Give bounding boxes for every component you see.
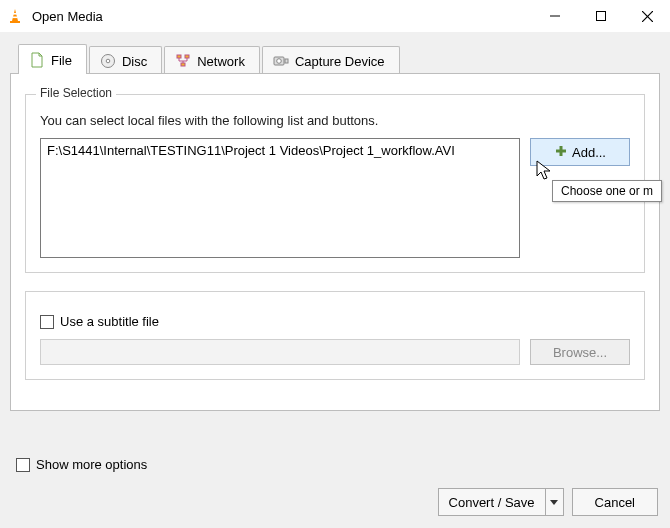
tab-network-label: Network [197, 54, 245, 69]
show-more-checkbox[interactable] [16, 458, 30, 472]
plus-icon [554, 144, 568, 161]
show-more-label: Show more options [36, 457, 147, 472]
svg-rect-15 [285, 59, 288, 63]
convert-save-dropdown[interactable] [545, 489, 563, 515]
convert-save-button[interactable]: Convert / Save [438, 488, 564, 516]
svg-rect-2 [12, 17, 17, 19]
svg-rect-11 [185, 55, 189, 58]
tab-capture[interactable]: Capture Device [262, 46, 400, 74]
window-title: Open Media [32, 9, 532, 24]
subtitle-checkbox[interactable] [40, 315, 54, 329]
convert-save-label: Convert / Save [439, 495, 545, 510]
subtitle-group: Use a subtitle file Browse... [25, 291, 645, 380]
svg-rect-1 [13, 13, 17, 15]
capture-icon [273, 53, 289, 69]
titlebar: Open Media [0, 0, 670, 32]
cancel-label: Cancel [595, 495, 635, 510]
subtitle-browse-label: Browse... [553, 345, 607, 360]
file-list[interactable]: F:\S1441\Internal\TESTING11\Project 1 Vi… [40, 138, 520, 258]
svg-rect-12 [181, 63, 185, 66]
add-button-label: Add... [572, 145, 606, 160]
file-selection-help: You can select local files with the foll… [40, 113, 630, 128]
tabstrip: File Disc Network Capture Device [18, 44, 660, 74]
subtitle-checkbox-label: Use a subtitle file [60, 314, 159, 329]
subtitle-browse-button: Browse... [530, 339, 630, 365]
svg-rect-10 [177, 55, 181, 58]
tab-disc[interactable]: Disc [89, 46, 162, 74]
tab-disc-label: Disc [122, 54, 147, 69]
footer: Convert / Save Cancel [438, 488, 658, 516]
close-button[interactable] [624, 0, 670, 32]
tab-file-label: File [51, 53, 72, 68]
cancel-button[interactable]: Cancel [572, 488, 658, 516]
svg-rect-3 [10, 21, 20, 23]
svg-rect-5 [597, 12, 606, 21]
maximize-button[interactable] [578, 0, 624, 32]
svg-marker-0 [12, 9, 18, 21]
disc-icon [100, 53, 116, 69]
show-more-options[interactable]: Show more options [16, 457, 147, 472]
tab-file[interactable]: File [18, 44, 87, 74]
tab-panel-file: File Selection You can select local file… [10, 73, 660, 411]
vlc-cone-icon [6, 7, 24, 25]
add-button[interactable]: Add... [530, 138, 630, 166]
file-selection-legend: File Selection [36, 86, 116, 100]
file-list-item[interactable]: F:\S1441\Internal\TESTING11\Project 1 Vi… [47, 143, 513, 158]
minimize-button[interactable] [532, 0, 578, 32]
add-button-tooltip: Choose one or m [552, 180, 662, 202]
tab-network[interactable]: Network [164, 46, 260, 74]
file-icon [29, 52, 45, 68]
subtitle-path-input [40, 339, 520, 365]
svg-marker-18 [550, 500, 558, 505]
svg-point-9 [106, 59, 110, 63]
tab-capture-label: Capture Device [295, 54, 385, 69]
svg-point-14 [277, 59, 282, 64]
network-icon [175, 53, 191, 69]
